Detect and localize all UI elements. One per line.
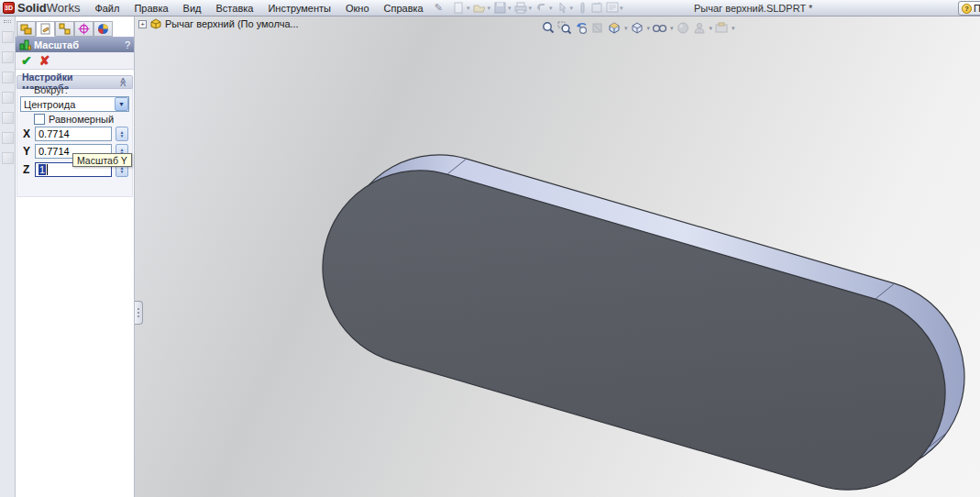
menu-edit[interactable]: Правка	[127, 1, 175, 16]
left-command-strip	[0, 17, 16, 497]
menu-file[interactable]: Файл	[87, 1, 127, 16]
strip-pattern-icon[interactable]	[2, 132, 14, 144]
part-3d-model[interactable]	[135, 17, 980, 497]
tab-feature-manager-tree[interactable]	[17, 21, 36, 37]
open-caret-icon[interactable]: ▾	[487, 5, 490, 12]
open-icon[interactable]	[472, 2, 486, 15]
view-orientation-caret-icon[interactable]: ▾	[624, 25, 628, 32]
section-view-icon[interactable]	[590, 21, 605, 35]
help-button-label: П	[974, 3, 980, 14]
solidworks-window: { "window": { "app_name_bold": "Solid", …	[0, 0, 980, 497]
display-manager-icon	[97, 23, 109, 35]
panel-splitter-handle[interactable]	[135, 301, 143, 325]
cancel-button[interactable]: ✘	[39, 53, 50, 68]
uniform-scaling-label: Равномерный	[49, 114, 114, 125]
pm-help-icon[interactable]: ?	[125, 39, 130, 50]
strip-extrude-icon[interactable]	[2, 72, 14, 83]
strip-fillet-icon[interactable]	[2, 112, 14, 124]
view-orientation-icon[interactable]	[607, 21, 622, 35]
document-title: Рычаг верхний.SLDPRT *	[694, 3, 812, 14]
strip-sketch-icon[interactable]	[2, 31, 14, 43]
tree-expand-icon[interactable]: +	[138, 20, 147, 28]
save-caret-icon[interactable]: ▾	[508, 5, 512, 12]
collapse-chevron-icon[interactable]: ≪	[117, 77, 127, 86]
zoom-to-fit-icon[interactable]	[541, 21, 556, 35]
options-panel-icon[interactable]	[605, 2, 619, 15]
view-settings-icon[interactable]	[714, 21, 729, 35]
view-settings-caret-icon[interactable]: ▾	[732, 25, 735, 32]
main-menu: Файл Правка Вид Вставка Инструменты Окно…	[87, 1, 430, 16]
file-properties-icon[interactable]	[590, 2, 604, 15]
pin-menu-icon[interactable]: ✎	[435, 2, 443, 14]
property-manager-icon	[39, 23, 51, 35]
dropdown-arrow-icon[interactable]: ▼	[115, 97, 128, 111]
menu-view[interactable]: Вид	[176, 1, 209, 16]
x-spinner[interactable]: ▲▼	[116, 127, 128, 141]
strip-reference-geometry-icon[interactable]	[2, 152, 14, 164]
solidworks-logo-icon: 3D	[3, 2, 15, 14]
app-logo: 3D SolidWorks	[0, 1, 87, 15]
graphics-viewport[interactable]: + Рычаг верхний (По умолча... ▾ ▾ ▾ ▾ ▾	[135, 17, 980, 497]
new-document-icon[interactable]	[452, 2, 466, 15]
feature-tree-icon	[20, 23, 32, 35]
tab-configuration-manager[interactable]	[55, 21, 74, 37]
display-style-caret-icon[interactable]: ▾	[647, 25, 651, 32]
menu-window[interactable]: Окно	[338, 1, 377, 16]
tab-dimxpert-manager[interactable]	[74, 21, 94, 37]
options-caret-icon[interactable]: ▾	[620, 5, 623, 12]
dropdown-value: Центроида	[21, 99, 115, 110]
feature-tree-flyout: + Рычаг верхний (По умолча...	[138, 18, 299, 29]
apply-scene-caret-icon[interactable]: ▾	[710, 25, 713, 32]
app-title-light: Works	[47, 1, 81, 15]
tree-item-label[interactable]: Рычаг верхний (По умолча...	[165, 18, 299, 29]
menu-tools[interactable]: Инструменты	[260, 1, 338, 16]
select-icon[interactable]	[556, 2, 569, 15]
text-caret	[47, 164, 48, 175]
zoom-to-area-icon[interactable]	[557, 21, 572, 35]
scale-feature-icon	[19, 39, 31, 50]
scale-y-tooltip: Масштаб Y	[72, 153, 132, 167]
print-icon[interactable]	[513, 2, 527, 15]
scale-about-dropdown[interactable]: Центроида ▼	[20, 96, 129, 112]
ok-button[interactable]: ✔	[21, 53, 32, 68]
strip-revolve-icon[interactable]	[2, 92, 14, 104]
display-style-icon[interactable]	[630, 21, 644, 35]
help-search-button[interactable]: ? П	[958, 1, 980, 16]
scale-x-row: X ▲▼	[16, 127, 134, 142]
apply-scene-icon[interactable]	[692, 21, 707, 35]
property-manager-header: Масштаб ?	[16, 37, 134, 52]
rebuild-icon[interactable]	[576, 2, 589, 15]
undo-icon[interactable]	[534, 2, 548, 15]
standard-toolbar: ▾ ▾ ▾ ▾ ▾ ▾ ▾	[452, 2, 625, 15]
property-manager-title: Масштаб	[34, 39, 125, 50]
print-caret-icon[interactable]: ▾	[528, 5, 532, 12]
around-label: Вокруг:	[34, 84, 68, 95]
save-icon[interactable]	[493, 2, 507, 15]
undo-caret-icon[interactable]: ▾	[549, 5, 553, 12]
x-axis-label: X	[23, 127, 30, 140]
y-axis-label: Y	[23, 145, 30, 158]
menu-bar: 3D SolidWorks Файл Правка Вид Вставка Ин…	[0, 0, 980, 17]
dimxpert-icon	[78, 23, 90, 35]
menu-help[interactable]: Справка	[377, 1, 431, 16]
hide-show-caret-icon[interactable]: ▾	[670, 25, 674, 32]
toolbar-grip[interactable]	[4, 20, 11, 23]
part-icon	[149, 18, 162, 29]
new-caret-icon[interactable]: ▾	[467, 5, 470, 12]
hide-show-items-icon[interactable]	[652, 21, 667, 35]
menu-insert[interactable]: Вставка	[209, 1, 261, 16]
headsup-view-toolbar: ▾ ▾ ▾ ▾ ▾	[541, 21, 735, 35]
scale-x-input[interactable]	[35, 127, 112, 141]
z-selected-text: 1	[39, 164, 46, 175]
select-caret-icon[interactable]: ▾	[570, 5, 574, 12]
tab-display-manager[interactable]	[94, 21, 113, 37]
previous-view-icon[interactable]	[574, 21, 589, 35]
uniform-scaling-checkbox[interactable]	[34, 114, 45, 125]
edit-appearance-icon[interactable]	[676, 21, 690, 35]
configuration-manager-icon	[59, 23, 71, 35]
strip-smart-dimension-icon[interactable]	[2, 51, 14, 63]
z-axis-label: Z	[23, 163, 29, 176]
manager-tabs	[17, 21, 113, 37]
tab-property-manager[interactable]	[36, 21, 55, 37]
pm-confirm-row: ✔ ✘	[16, 52, 134, 70]
